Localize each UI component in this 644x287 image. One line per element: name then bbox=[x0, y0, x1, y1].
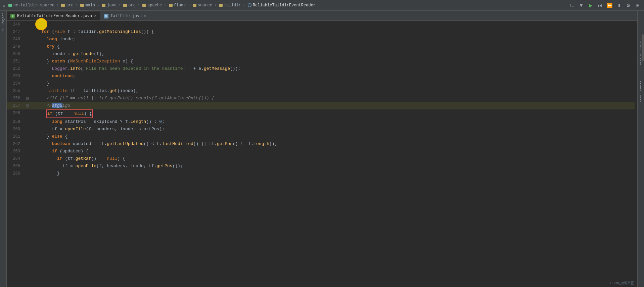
table-row: 263 if (updated) { bbox=[7, 148, 635, 155]
table-row: 248 long inode; bbox=[7, 36, 635, 43]
svg-point-18 bbox=[248, 4, 251, 7]
code-area[interactable]: 246 247 for (File f : taildir.getMatchin… bbox=[7, 21, 637, 287]
watermark: CSDN_@阿宇图 bbox=[610, 281, 635, 286]
breadcrumb-flume[interactable]: flume bbox=[169, 3, 186, 8]
grid-button[interactable]: ⊞ bbox=[634, 2, 641, 9]
gutter-icon-256 bbox=[26, 97, 29, 100]
table-row: 258 if (tf == null) { bbox=[7, 109, 635, 118]
table-row: 251 } catch (NoSuchFileException e) { bbox=[7, 58, 635, 65]
toolbar-buttons: ↑↓ ▼ ▶ ⏭ ⏩ ⏸ ⚙ ⊞ bbox=[568, 2, 641, 9]
table-row: 261 } else { bbox=[7, 133, 635, 140]
tab-reliable-taildir[interactable]: C ReliableTaildirEventReader.java ✕ bbox=[7, 11, 100, 20]
svg-rect-9 bbox=[123, 4, 125, 4]
skip-button[interactable]: ⏭ bbox=[596, 2, 604, 9]
sort-button[interactable]: ↑↓ bbox=[568, 2, 576, 9]
breadcrumb-taildir[interactable]: taildir bbox=[219, 3, 241, 8]
svg-rect-8 bbox=[123, 4, 127, 7]
tab-icon-1: C bbox=[10, 14, 15, 18]
svg-rect-3 bbox=[61, 4, 63, 4]
table-row: 257 //atguigu bbox=[7, 102, 635, 109]
run-button[interactable]: ▶ bbox=[587, 2, 594, 9]
tab-close-1[interactable]: ✕ bbox=[94, 14, 96, 18]
tab-icon-2: C bbox=[104, 14, 108, 18]
svg-rect-4 bbox=[80, 4, 84, 7]
taildir-folder-icon bbox=[219, 3, 223, 7]
table-row: 260 tf = openFile(f, headers, inode, sta… bbox=[7, 126, 635, 133]
gutter-icon-257 bbox=[26, 104, 29, 107]
table-row: 252 Logger.info("File has been deleted i… bbox=[7, 65, 635, 73]
table-row: 253 continue; bbox=[7, 73, 635, 80]
table-row: 266 } bbox=[7, 170, 635, 177]
breadcrumb-class[interactable]: ReliableTaildirEventReader bbox=[247, 3, 316, 8]
flume-folder-icon bbox=[169, 3, 173, 7]
project-folder-icon bbox=[8, 3, 12, 7]
breadcrumb-main[interactable]: main bbox=[80, 3, 95, 8]
table-row: 255 TailFile tf = tailFiles.get(inode); bbox=[7, 87, 635, 95]
table-row: 259 long startPos = skipToEnd ? f.length… bbox=[7, 118, 635, 126]
tab-close-2[interactable]: ✕ bbox=[144, 14, 146, 18]
apache-folder-icon bbox=[142, 3, 146, 7]
java-folder-icon bbox=[101, 3, 106, 7]
class-icon bbox=[247, 3, 252, 7]
breadcrumb: ☕ ne-taildir-source › src › main › java … bbox=[3, 3, 316, 8]
table-row: 250 inode = getInode(f); bbox=[7, 50, 635, 58]
svg-rect-7 bbox=[102, 4, 103, 4]
table-row: 247 for (File f : taildir.getMatchingFil… bbox=[7, 28, 635, 36]
tab-tailfile[interactable]: C TailFile.java ✕ bbox=[100, 11, 150, 20]
table-row: 246 bbox=[7, 21, 635, 28]
table-row: 262 boolean updated = tf.getLastUpdated(… bbox=[7, 140, 635, 148]
fast-forward-button[interactable]: ⏩ bbox=[606, 2, 613, 9]
svg-rect-17 bbox=[219, 4, 221, 4]
svg-rect-0 bbox=[8, 4, 12, 7]
sidebar-icon-1[interactable]: 1: Project bbox=[1, 12, 6, 32]
breadcrumb-project[interactable]: ne-taildir-source bbox=[8, 3, 54, 8]
svg-rect-15 bbox=[193, 4, 194, 4]
table-row: 256 //if (tf == null || !tf.getPath().eq… bbox=[7, 95, 635, 102]
project-icon: ☕ bbox=[3, 3, 5, 8]
breadcrumb-src[interactable]: src bbox=[61, 3, 74, 8]
org-folder-icon bbox=[123, 3, 127, 7]
table-row: 265 tf = openFile(f, headers, inode, tf.… bbox=[7, 162, 635, 170]
svg-rect-2 bbox=[61, 4, 65, 7]
table-row: 264 if (tf.getRaf() == null) { bbox=[7, 155, 635, 162]
breadcrumb-java[interactable]: java bbox=[101, 3, 117, 8]
dropdown-button[interactable]: ▼ bbox=[578, 2, 585, 9]
svg-rect-14 bbox=[193, 4, 196, 7]
scrollbar-thumb[interactable] bbox=[642, 34, 644, 61]
breadcrumb-apache[interactable]: apache bbox=[142, 3, 162, 8]
src-folder-icon bbox=[61, 3, 65, 7]
svg-rect-11 bbox=[142, 4, 144, 4]
table-row: 254 } bbox=[7, 80, 635, 87]
tab-bar: C ReliableTaildirEventReader.java ✕ C Ta… bbox=[7, 11, 637, 21]
breadcrumb-source[interactable]: source bbox=[192, 3, 212, 8]
left-sidebar: 1: Project bbox=[0, 11, 7, 287]
code-content: 246 247 for (File f : taildir.getMatchin… bbox=[7, 21, 635, 287]
pause-button[interactable]: ⏸ bbox=[615, 2, 623, 9]
settings-button[interactable]: ⚙ bbox=[625, 2, 632, 9]
svg-rect-13 bbox=[169, 4, 171, 4]
svg-rect-1 bbox=[8, 4, 10, 4]
svg-rect-6 bbox=[102, 4, 105, 7]
table-row: 249 try { bbox=[7, 43, 635, 50]
source-folder-icon bbox=[192, 3, 197, 7]
top-bar: ☕ ne-taildir-source › src › main › java … bbox=[0, 0, 644, 11]
main-folder-icon bbox=[80, 3, 84, 7]
scrollbar-track[interactable] bbox=[641, 21, 644, 287]
svg-rect-12 bbox=[169, 4, 173, 7]
svg-rect-5 bbox=[80, 4, 82, 4]
svg-rect-10 bbox=[142, 4, 146, 7]
breadcrumb-org[interactable]: org bbox=[123, 3, 136, 8]
svg-rect-16 bbox=[219, 4, 223, 7]
